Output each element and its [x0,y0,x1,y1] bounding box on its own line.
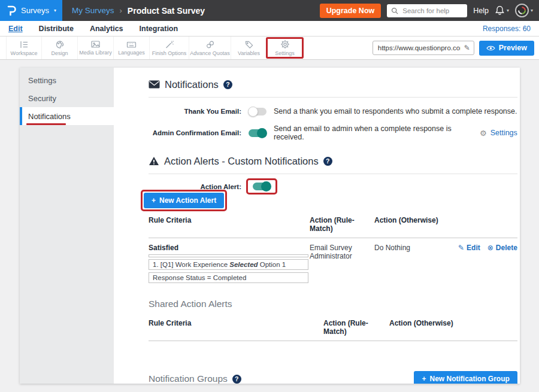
toolbar-item-label: Finish Options [152,50,187,56]
toggle-knob [257,128,267,138]
criteria-item-2: Response Status = Completed [149,272,308,283]
preview-button[interactable]: Preview [479,41,534,56]
sidebar-item-label: Notifications [28,112,71,121]
sidebar-item-settings[interactable]: Settings [20,71,114,89]
toolbar-item-label: Advance Quotas [190,50,230,56]
toolbar-item-media-library[interactable]: Media Library [78,37,114,59]
toolbar-item-advance-quotas[interactable]: Advance Quotas [189,37,231,59]
help-question-icon[interactable]: ? [232,375,241,384]
rule-criteria-cell: Satisfied 1. [Q1] Work Experience Select… [149,244,310,285]
divider [149,174,517,174]
toolbar-item-variables[interactable]: Variables [231,37,267,59]
upgrade-now-button[interactable]: Upgrade Now [320,4,381,18]
breadcrumb-separator-icon: › [120,6,122,15]
delete-alert-link[interactable]: ⊗ Delete [487,244,517,252]
edit-toolbar: Workspace Design Media Library Languages… [0,37,539,60]
toolbar-item-design[interactable]: Design [42,37,78,59]
notification-groups-title: Notification Groups [149,373,228,384]
search-input[interactable] [401,7,463,15]
notifications-content: Notifications ? Thank You Email: Send a … [114,68,520,384]
criteria-bar [149,254,308,257]
toolbar-item-languages[interactable]: Languages [114,37,150,59]
action-alerts-table-header: Rule Criteria Action (Rule-Match) Action… [149,216,517,238]
keyboard-icon [126,41,137,48]
toolbar-item-settings[interactable]: Settings [267,37,303,59]
sidebar-item-label: Security [28,94,56,103]
responses-count[interactable]: Responses: 60 [483,25,531,33]
top-header: Surveys ▾ My Surveys › Product Sat Surve… [0,0,539,21]
admin-confirmation-label: Admin Confirmation Email: [149,129,241,136]
annotation-underline-notifications [26,123,66,125]
sidebar-item-label: Settings [28,76,56,85]
toolbar-item-label: Variables [238,50,260,56]
admin-email-settings-link[interactable]: ⚙ Settings [480,129,517,138]
action-alert-toggle[interactable] [253,183,271,190]
admin-confirmation-row: Admin Confirmation Email: Send an email … [149,124,517,141]
annotation-box-new-action-alert: + New Action Alert [141,190,227,211]
column-header-action-match: Action (Rule-Match) [310,216,374,233]
help-link[interactable]: Help [473,7,489,15]
edit-url-pencil-icon[interactable]: ✎ [464,44,470,52]
magic-wand-icon [165,40,174,49]
eye-icon [486,45,495,51]
questionpro-logo [7,5,16,16]
survey-url-input[interactable] [377,44,462,52]
help-question-icon[interactable]: ? [323,157,332,166]
new-action-alert-label: New Action Alert [159,196,216,205]
new-notification-group-label: New Notification Group [429,375,509,383]
header-right-controls: Upgrade Now Help ▾ ▾ [320,4,539,18]
chain-links-icon [205,40,215,49]
column-header-action-match: Action (Rule-Match) [323,319,389,336]
toolbar-item-workspace[interactable]: Workspace [6,37,42,59]
chevron-down-icon: ▾ [54,8,56,13]
admin-confirmation-toggle[interactable] [249,129,267,137]
toolbar-item-label: Settings [275,50,295,56]
envelope-icon [149,80,160,89]
thank-you-email-toggle[interactable] [249,108,267,116]
sidebar-item-notifications[interactable]: Notifications [20,107,114,125]
breadcrumb-my-surveys[interactable]: My Surveys [72,6,114,15]
settings-sidebar: Settings Security Notifications [20,68,114,384]
help-search-box[interactable] [387,4,467,17]
toolbar-item-finish-options[interactable]: Finish Options [150,37,189,59]
annotation-box-action-alert [246,178,277,195]
column-header-action-otherwise: Action (Otherwise) [389,319,517,336]
tab-distribute[interactable]: Distribute [39,25,74,33]
avatar [515,4,529,17]
new-notification-group-button[interactable]: + New Notification Group [414,371,517,384]
notification-groups-title-wrap: Notification Groups ? [149,372,241,384]
preview-button-label: Preview [499,44,527,52]
survey-url-box: ✎ [373,41,474,55]
help-question-icon[interactable]: ? [223,80,232,89]
thank-you-email-label: Thank You Email: [149,108,241,115]
toggle-knob [248,107,258,117]
chevron-down-icon: ▾ [507,8,509,13]
divider [149,97,517,98]
account-menu[interactable]: ▾ [515,4,533,17]
sidebar-item-security[interactable]: Security [20,89,114,107]
notifications-section-header: Notifications ? [149,78,517,91]
action-match-cell: Email Survey Administrator [310,244,374,285]
workspace-icon [19,40,29,49]
toolbar-item-label: Languages [118,50,145,56]
section-title: Action Alerts - Custom Notifications [164,156,319,167]
tab-integration[interactable]: Integration [140,25,178,33]
image-icon [90,40,101,48]
toolbar-item-label: Workspace [11,50,38,56]
tab-analytics[interactable]: Analytics [90,25,123,33]
toolbar-right-controls: ✎ Preview [373,37,539,59]
thank-you-email-row: Thank You Email: Send a thank you email … [149,107,517,116]
product-switcher[interactable]: Surveys ▾ [0,0,62,21]
criteria-item-1: 1. [Q1] Work Experience Selected Option … [149,259,308,270]
gear-icon: ⚙ [480,129,487,138]
toolbar-item-label: Media Library [79,50,112,56]
plus-icon: + [422,375,426,383]
toggle-knob [261,181,271,192]
tab-edit[interactable]: Edit [8,25,23,33]
new-action-alert-button[interactable]: + New Action Alert [144,193,224,208]
tag-icon [244,40,254,49]
notifications-bell-menu[interactable]: ▾ [495,5,509,16]
row-actions: ✎ Edit ⊗ Delete [458,244,517,285]
shared-alerts-table-header: Rule Criteria Action (Rule-Match) Action… [149,319,517,341]
edit-alert-link[interactable]: ✎ Edit [458,244,480,252]
